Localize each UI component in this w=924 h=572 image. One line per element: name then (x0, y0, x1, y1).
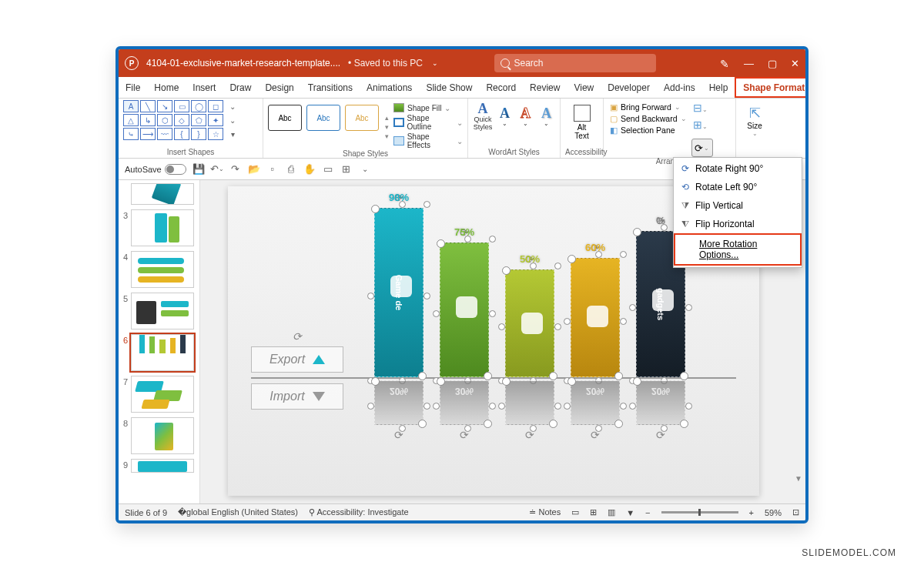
chart-bar-2[interactable]: ⟳50% (505, 269, 554, 377)
autosave-toggle[interactable] (165, 164, 186, 175)
thumbnail-2[interactable] (131, 183, 194, 205)
rotate-right-90[interactable]: ⟳Rotate Right 90° (674, 159, 802, 178)
chevron-down-icon[interactable]: ⌄ (359, 163, 371, 176)
more-rotation-options[interactable]: More Rotation Options... (674, 233, 802, 266)
tab-insert[interactable]: Insert (186, 77, 223, 98)
shape-outline-button[interactable]: Shape Outline ⌄ (393, 114, 463, 131)
tab-review[interactable]: Review (523, 77, 567, 98)
export-label-box[interactable]: Export ⟳ (251, 346, 343, 373)
tab-addins[interactable]: Add-ins (657, 77, 702, 98)
rotate-handle-icon[interactable]: ⟳ (293, 330, 302, 343)
icon-1[interactable]: ▭ (322, 163, 334, 176)
slide-thumbnails-panel[interactable]: 3 4 5 6 7 8 9 (119, 180, 200, 503)
tab-transitions[interactable]: Transitions (301, 77, 360, 98)
chart-reflection-2[interactable]: ⟳ (505, 380, 554, 425)
thumbnail-3[interactable] (131, 209, 194, 246)
tab-help[interactable]: Help (702, 77, 735, 98)
tab-record[interactable]: Record (479, 77, 523, 98)
close-button[interactable]: ✕ (791, 58, 799, 69)
tab-design[interactable]: Design (258, 77, 300, 98)
language-status[interactable]: �global English (United States) (178, 507, 298, 517)
chart-reflection-3[interactable]: ⟳20% (571, 380, 620, 425)
thumbnail-4[interactable] (131, 251, 194, 288)
shape-gallery[interactable]: A╲↘▭◯◻⌄ △↳⬡◇⬠✦⌄ ⤷⟶〰{}☆▾ (123, 100, 258, 140)
thumbnail-9[interactable] (131, 459, 194, 473)
tab-shape-format[interactable]: Shape Format (735, 77, 808, 98)
icon-2[interactable]: ⊞ (340, 163, 353, 176)
triangle-up-icon (313, 355, 325, 364)
flip-horizontal[interactable]: ⧨Flip Horizontal (674, 215, 802, 233)
tab-slideshow[interactable]: Slide Show (419, 77, 479, 98)
thumbnail-5[interactable] (131, 293, 194, 329)
new-icon[interactable]: ▫ (266, 163, 279, 176)
group-button[interactable]: ⊞⌄ (691, 119, 710, 134)
shape-style-1[interactable]: Abc (268, 105, 302, 131)
undo-icon[interactable]: ↶⌄ (211, 163, 223, 176)
text-fill-button[interactable]: A⌄ (496, 103, 514, 129)
chart-reflection-0[interactable]: ⟳20% (374, 380, 424, 425)
rotate-handle-icon[interactable]: ⟳ (656, 429, 665, 441)
tab-draw[interactable]: Draw (223, 77, 258, 98)
chart-reflection-4[interactable]: ⟳20% (636, 380, 685, 425)
rotate-handle-icon[interactable]: ⟳ (525, 429, 534, 441)
view-slideshow-icon[interactable]: ▼ (626, 508, 634, 517)
minimize-button[interactable]: — (744, 58, 754, 69)
zoom-level[interactable]: 59% (765, 508, 782, 517)
save-status[interactable]: Saved to this PC (348, 58, 423, 69)
tab-file[interactable]: File (119, 77, 147, 98)
view-sorter-icon[interactable]: ⊞ (590, 507, 597, 517)
notes-button[interactable]: ≐ Notes (529, 507, 561, 517)
chart-reflection-1[interactable]: ⟳30% (440, 380, 489, 425)
flip-vertical[interactable]: ⧩Flip Vertical (674, 196, 802, 215)
slide-counter[interactable]: Slide 6 of 9 (125, 508, 167, 517)
tab-view[interactable]: View (567, 77, 601, 98)
view-reading-icon[interactable]: ▥ (608, 507, 615, 517)
text-outline-button[interactable]: A⌄ (517, 103, 534, 129)
text-effects-button[interactable]: A⌄ (537, 103, 555, 129)
search-box[interactable]: Search (494, 54, 656, 72)
rotate-left-icon: ⟲ (681, 182, 689, 192)
zoom-slider[interactable] (661, 511, 738, 513)
save-icon[interactable]: 💾 (192, 163, 205, 176)
tab-animations[interactable]: Animations (360, 77, 419, 98)
shape-fill-button[interactable]: Shape Fill ⌄ (393, 103, 463, 112)
touch-icon[interactable]: ✋ (303, 163, 316, 176)
thumbnail-6[interactable] (131, 334, 194, 371)
rotate-left-90[interactable]: ⟲Rotate Left 90° (674, 178, 802, 196)
rotate-handle-icon[interactable]: ⟳ (591, 429, 600, 441)
size-button[interactable]: ⇱ Size⌄ (741, 100, 768, 137)
selection-pane-button[interactable]: ◧Selection Pane (608, 125, 688, 135)
accessibility-status[interactable]: ⚲ Accessibility: Investigate (309, 507, 409, 517)
open-icon[interactable]: 📂 (248, 163, 260, 176)
chart-bar-1[interactable]: ⟳75% (440, 243, 489, 377)
horizontal-scrollbar[interactable] (231, 490, 775, 500)
rotate-button[interactable]: ⟳⌄ (691, 139, 713, 157)
shape-effects-button[interactable]: Shape Effects ⌄ (393, 132, 463, 149)
shape-style-2[interactable]: Abc (306, 105, 340, 131)
print-icon[interactable]: ⎙ (285, 163, 297, 176)
import-label-box[interactable]: Import (251, 383, 343, 410)
group-label-insert-shapes: Insert Shapes (123, 148, 258, 158)
zoom-in-icon[interactable]: + (749, 508, 754, 517)
rotate-handle-icon[interactable]: ⟳ (460, 429, 469, 441)
chart-bar-0[interactable]: ⟳98%Game de (374, 208, 424, 377)
shape-style-3[interactable]: Abc (345, 105, 379, 131)
bring-forward-button[interactable]: ▣Bring Forward ⌄ (608, 102, 688, 112)
ink-entry-icon[interactable] (717, 55, 732, 71)
save-status-chevron-icon[interactable]: ⌄ (432, 59, 438, 67)
quick-styles-button[interactable]: AQuick Styles (473, 103, 493, 129)
redo-icon[interactable]: ↷ (229, 163, 242, 176)
rotate-handle-icon[interactable]: ⟳ (394, 429, 403, 441)
alt-text-button[interactable]: Alt Text (565, 100, 598, 140)
maximize-button[interactable]: ▢ (768, 58, 777, 69)
view-normal-icon[interactable]: ▭ (571, 507, 579, 517)
fit-to-window-icon[interactable]: ⊡ (792, 507, 799, 517)
align-button[interactable]: ⊟⌄ (691, 102, 710, 117)
send-backward-button[interactable]: ▢Send Backward ⌄ (608, 113, 688, 124)
thumbnail-7[interactable] (131, 376, 194, 413)
zoom-out-icon[interactable]: − (645, 508, 650, 517)
chart-bar-3[interactable]: ⟳60% (571, 258, 620, 377)
thumbnail-8[interactable] (131, 417, 194, 454)
tab-developer[interactable]: Developer (601, 77, 657, 98)
tab-home[interactable]: Home (147, 77, 186, 98)
